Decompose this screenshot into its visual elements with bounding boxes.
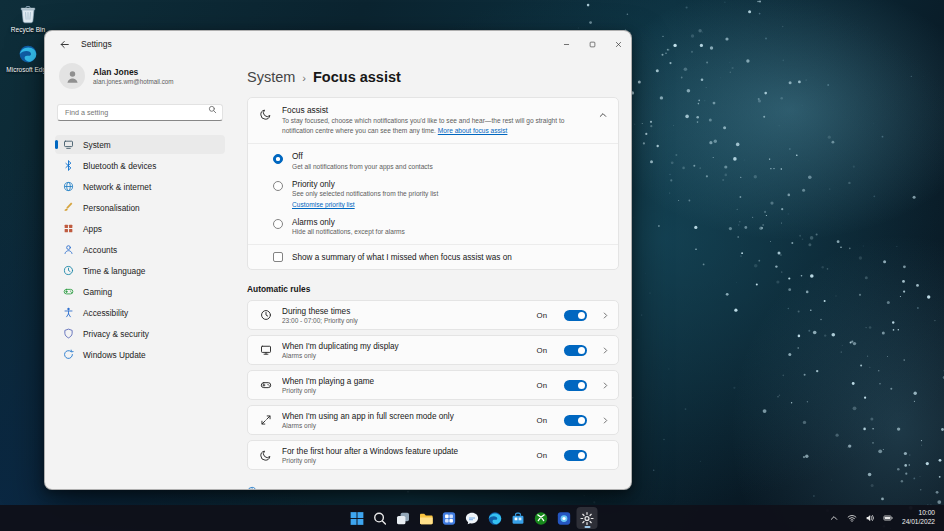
settings-window: Settings Alan Jones alan.jones.wm@hotmai…: [44, 30, 632, 490]
rule-toggle[interactable]: [564, 415, 587, 426]
taskbar-app-button[interactable]: [485, 507, 506, 529]
tray-button[interactable]: [880, 508, 896, 528]
rule-card[interactable]: For the first hour after a Windows featu…: [247, 440, 619, 470]
clock-date: 24/01/2022: [902, 519, 935, 526]
help-icon: [247, 486, 257, 489]
automatic-rules-list: During these times 23:00 - 07:00; Priori…: [247, 300, 619, 470]
taskbar-app-icon: [580, 511, 595, 526]
get-help-link[interactable]: Get help: [247, 486, 619, 489]
chevron-up-icon[interactable]: [598, 110, 608, 120]
sidebar-item[interactable]: Bluetooth & devices: [55, 156, 225, 175]
chevron-right-icon[interactable]: [601, 346, 610, 355]
taskbar-app-button[interactable]: [439, 507, 460, 529]
summary-checkbox[interactable]: [273, 252, 283, 262]
focus-option-row[interactable]: Off Get all notifications from your apps…: [260, 147, 606, 175]
window-controls: [553, 31, 631, 57]
tray-button[interactable]: [844, 508, 860, 528]
tray-button[interactable]: [826, 508, 842, 528]
sidebar-item-icon: [63, 139, 74, 150]
taskbar-app-button[interactable]: [347, 507, 368, 529]
sidebar-item[interactable]: Windows Update: [55, 345, 225, 364]
sidebar-item[interactable]: Accessibility: [55, 303, 225, 322]
chevron-right-icon[interactable]: [601, 381, 610, 390]
rule-card[interactable]: When I'm using an app in full screen mod…: [247, 405, 619, 435]
sidebar-item[interactable]: Personalisation: [55, 198, 225, 217]
option-text: Priority only See only selected notifica…: [292, 180, 438, 208]
sidebar-item-label: Accounts: [83, 245, 117, 255]
user-name: Alan Jones: [93, 67, 174, 77]
sidebar-item[interactable]: Gaming: [55, 282, 225, 301]
radio-button[interactable]: [273, 154, 283, 164]
desktop-shortcut[interactable]: Recycle Bin: [4, 4, 52, 34]
clock[interactable]: 10:00 24/01/2022: [898, 510, 939, 525]
focus-assist-text: Focus assist To stay focused, choose whi…: [282, 105, 582, 136]
find-setting-input[interactable]: [57, 104, 223, 121]
sidebar-item[interactable]: Apps: [55, 219, 225, 238]
focus-options: Off Get all notifications from your apps…: [248, 143, 618, 244]
sidebar-item-label: Windows Update: [83, 350, 146, 360]
sidebar-item[interactable]: Time & language: [55, 261, 225, 280]
tray-buttons: [826, 508, 896, 528]
rule-card[interactable]: During these times 23:00 - 07:00; Priori…: [247, 300, 619, 330]
rule-subtitle: Alarms only: [282, 352, 527, 359]
chevron-right-icon[interactable]: [601, 416, 610, 425]
taskbar-app-button[interactable]: [393, 507, 414, 529]
taskbar-app-button[interactable]: [416, 507, 437, 529]
rule-toggle[interactable]: [564, 450, 587, 461]
taskbar-app-button[interactable]: [577, 507, 598, 529]
rule-toggle[interactable]: [564, 310, 587, 321]
focus-assist-expander[interactable]: Focus assist To stay focused, choose whi…: [248, 98, 618, 143]
option-description: See only selected notifications from the…: [292, 190, 438, 197]
taskbar-app-button[interactable]: [370, 507, 391, 529]
rule-toggle[interactable]: [564, 345, 587, 356]
summary-checkbox-row[interactable]: Show a summary of what I missed when foc…: [248, 244, 618, 269]
rule-toggle[interactable]: [564, 380, 587, 391]
back-button[interactable]: [55, 35, 73, 53]
sidebar-item-label: Time & language: [83, 266, 145, 276]
sidebar-item-label: Privacy & security: [83, 329, 149, 339]
sidebar-item-label: Apps: [83, 224, 102, 234]
sidebar-item-icon: [63, 349, 74, 360]
focus-assist-description-text: To stay focused, choose which notificati…: [282, 117, 564, 134]
focus-option-row[interactable]: Priority only See only selected notifica…: [260, 175, 606, 213]
sidebar-item-icon: [63, 223, 74, 234]
summary-checkbox-label: Show a summary of what I missed when foc…: [292, 253, 512, 262]
rule-title: When I'm duplicating my display: [282, 342, 527, 351]
chevron-right-icon[interactable]: [601, 311, 610, 320]
option-link[interactable]: Customise priority list: [292, 201, 438, 208]
sidebar-item-label: Network & internet: [83, 182, 151, 192]
breadcrumb-parent[interactable]: System: [247, 69, 295, 85]
taskbar-app-icon: [373, 511, 388, 526]
sidebar-item[interactable]: Privacy & security: [55, 324, 225, 343]
taskbar-app-button[interactable]: [462, 507, 483, 529]
back-arrow-icon: [59, 39, 70, 50]
focus-option-row[interactable]: Alarms only Hide all notifications, exce…: [260, 213, 606, 241]
taskbar-app-button[interactable]: [508, 507, 529, 529]
taskbar-app-icon: [350, 511, 365, 526]
radio-button[interactable]: [273, 181, 283, 191]
taskbar-app-button[interactable]: [554, 507, 575, 529]
desktop-shortcut-icon: [18, 4, 38, 24]
minimize-button[interactable]: [553, 31, 579, 57]
sidebar-item[interactable]: System: [55, 135, 225, 154]
more-about-focus-assist-link[interactable]: More about focus assist: [438, 127, 508, 134]
maximize-icon: [588, 40, 597, 49]
rule-subtitle: Priority only: [282, 457, 527, 464]
maximize-button[interactable]: [579, 31, 605, 57]
sidebar-item[interactable]: Accounts: [55, 240, 225, 259]
sidebar-item[interactable]: Network & internet: [55, 177, 225, 196]
option-text: Off Get all notifications from your apps…: [292, 152, 433, 170]
taskbar-app-button[interactable]: [531, 507, 552, 529]
sidebar-item-icon: [63, 181, 74, 192]
radio-button[interactable]: [273, 219, 283, 229]
person-icon: [65, 69, 80, 84]
rule-card[interactable]: When I'm playing a game Priority only On: [247, 370, 619, 400]
sidebar: Alan Jones alan.jones.wm@hotmail.com Sys…: [45, 57, 233, 489]
close-button[interactable]: [605, 31, 631, 57]
rule-card[interactable]: When I'm duplicating my display Alarms o…: [247, 335, 619, 365]
titlebar[interactable]: Settings: [45, 31, 631, 57]
taskbar-app-icon: [511, 511, 526, 526]
rule-title: During these times: [282, 307, 527, 316]
tray-button[interactable]: [862, 508, 878, 528]
user-profile[interactable]: Alan Jones alan.jones.wm@hotmail.com: [55, 57, 225, 101]
